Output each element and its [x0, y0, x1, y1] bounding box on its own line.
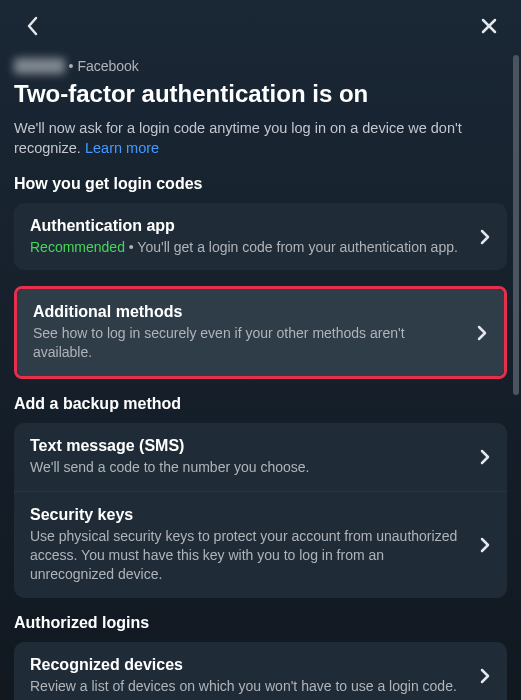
- close-button[interactable]: [475, 12, 503, 40]
- section-heading-login-codes: How you get login codes: [14, 175, 507, 193]
- recognized-devices-desc: Review a list of devices on which you wo…: [30, 677, 467, 696]
- recognized-devices-title: Recognized devices: [30, 656, 467, 674]
- close-icon: [479, 16, 499, 36]
- scrollbar[interactable]: [513, 55, 519, 395]
- breadcrumb: Acco nt • Facebook: [14, 58, 507, 74]
- section-heading-authorized: Authorized logins: [14, 614, 507, 632]
- chevron-right-icon: [479, 535, 491, 555]
- sms-title: Text message (SMS): [30, 437, 467, 455]
- auth-app-desc: Recommended • You'll get a login code fr…: [30, 238, 467, 257]
- sms-desc: We'll send a code to the number you choo…: [30, 458, 467, 477]
- security-keys-title: Security keys: [30, 506, 467, 524]
- chevron-left-icon: [25, 15, 39, 37]
- back-button[interactable]: [18, 12, 46, 40]
- recommended-label: Recommended: [30, 239, 125, 255]
- platform-label: Facebook: [77, 58, 138, 74]
- section-heading-backup: Add a backup method: [14, 395, 507, 413]
- chevron-right-icon: [479, 227, 491, 247]
- chevron-right-icon: [479, 447, 491, 467]
- authentication-app-item[interactable]: Authentication app Recommended • You'll …: [14, 203, 507, 271]
- chevron-right-icon: [476, 323, 488, 343]
- recognized-devices-item[interactable]: Recognized devices Review a list of devi…: [14, 642, 507, 700]
- page-subtitle: We'll now ask for a login code anytime y…: [14, 118, 507, 159]
- learn-more-link[interactable]: Learn more: [85, 140, 159, 156]
- security-keys-item[interactable]: Security keys Use physical security keys…: [14, 491, 507, 598]
- page-title: Two-factor authentication is on: [14, 80, 507, 108]
- additional-methods-desc: See how to log in securely even if your …: [33, 324, 464, 362]
- security-keys-desc: Use physical security keys to protect yo…: [30, 527, 467, 584]
- chevron-right-icon: [479, 666, 491, 686]
- account-name-blurred: Acco nt: [14, 58, 65, 74]
- additional-methods-title: Additional methods: [33, 303, 464, 321]
- additional-methods-item[interactable]: Additional methods See how to log in sec…: [17, 289, 504, 376]
- sms-item[interactable]: Text message (SMS) We'll send a code to …: [14, 423, 507, 491]
- auth-app-title: Authentication app: [30, 217, 467, 235]
